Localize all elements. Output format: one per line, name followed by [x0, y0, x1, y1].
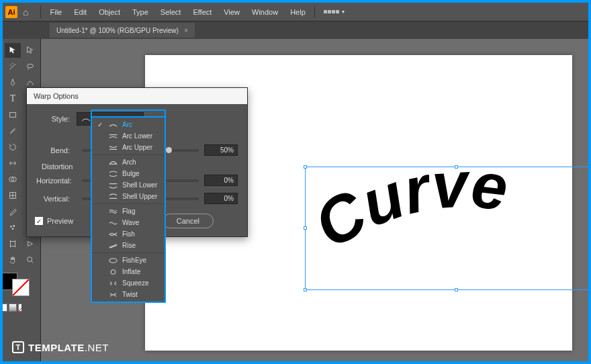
- cancel-button[interactable]: Cancel: [163, 214, 214, 228]
- svg-point-8: [28, 64, 34, 68]
- symbol-sprayer-tool-icon[interactable]: [5, 220, 21, 235]
- menu-view[interactable]: View: [218, 8, 246, 16]
- app-window: Ai ⌂ File Edit Object Type Select Effect…: [3, 3, 588, 361]
- dropdown-item-fish[interactable]: Fish: [92, 228, 165, 240]
- menu-window[interactable]: Window: [246, 8, 284, 16]
- dropdown-item-flag[interactable]: Flag: [92, 206, 165, 217]
- bend-value[interactable]: 50%: [204, 144, 238, 156]
- dialog-title: Warp Options: [27, 88, 247, 104]
- dropdown-item-arc-upper[interactable]: Arc Upper: [92, 142, 165, 153]
- stroke-swatch[interactable]: [12, 279, 30, 296]
- svg-point-5: [13, 225, 15, 227]
- close-icon[interactable]: ×: [184, 26, 188, 34]
- svg-point-4: [10, 226, 12, 228]
- dropdown-item-arc-lower[interactable]: Arc Lower: [92, 130, 165, 142]
- horizontal-label: Horizontal:: [36, 177, 77, 185]
- width-tool-icon[interactable]: [5, 156, 21, 171]
- preview-checkbox[interactable]: ✓Preview: [35, 217, 73, 225]
- selection-tool-icon[interactable]: [5, 43, 21, 58]
- dropdown-item-arc[interactable]: ✓Arc: [92, 119, 165, 130]
- lasso-tool-icon[interactable]: [22, 59, 38, 74]
- menu-select[interactable]: Select: [154, 8, 187, 16]
- svg-rect-0: [10, 113, 16, 118]
- menu-file[interactable]: File: [44, 8, 68, 16]
- watermark-logo-icon: T: [12, 341, 24, 353]
- hand-tool-icon[interactable]: [5, 253, 21, 267]
- paintbrush-tool-icon[interactable]: [5, 124, 21, 138]
- menu-object[interactable]: Object: [93, 8, 126, 16]
- eyedropper-tool-icon[interactable]: [5, 204, 21, 219]
- selection-bounding-box[interactable]: [305, 167, 588, 290]
- document-tab-title: Untitled-1* @ 100% (RGB/GPU Preview): [56, 27, 179, 34]
- svg-rect-7: [11, 242, 15, 246]
- watermark: T TEMPLATE.NET: [12, 341, 109, 353]
- direct-selection-tool-icon[interactable]: [22, 43, 38, 58]
- home-icon[interactable]: ⌂: [23, 7, 28, 17]
- document-tab-bar: Untitled-1* @ 100% (RGB/GPU Preview) ×: [3, 21, 588, 39]
- menu-help[interactable]: Help: [284, 8, 312, 16]
- style-label: Style:: [36, 115, 77, 123]
- dropdown-item-rise[interactable]: Rise: [92, 240, 165, 251]
- svg-point-17: [109, 258, 117, 263]
- vertical-value[interactable]: 0%: [204, 193, 238, 204]
- vertical-label: Vertical:: [36, 195, 77, 203]
- dropdown-item-arch[interactable]: Arch: [92, 156, 165, 168]
- style-dropdown[interactable]: ✓Arc Arc Lower Arc Upper Arch Bulge Shel…: [91, 116, 166, 303]
- shape-builder-tool-icon[interactable]: [5, 172, 21, 187]
- dropdown-item-fisheye[interactable]: FishEye: [92, 255, 165, 266]
- dropdown-item-inflate[interactable]: Inflate: [92, 266, 165, 277]
- menu-bar: Ai ⌂ File Edit Object Type Select Effect…: [3, 3, 588, 21]
- bend-label: Bend:: [36, 146, 77, 154]
- rotate-tool-icon[interactable]: [5, 140, 21, 154]
- menu-edit[interactable]: Edit: [68, 8, 93, 16]
- dropdown-item-wave[interactable]: Wave: [92, 217, 165, 228]
- dropdown-item-squeeze[interactable]: Squeeze: [92, 277, 165, 289]
- layout-switcher-icon[interactable]: ▾: [318, 9, 351, 15]
- svg-point-18: [111, 269, 116, 274]
- horizontal-value[interactable]: 0%: [204, 175, 238, 186]
- menu-type[interactable]: Type: [126, 8, 154, 16]
- dropdown-item-twist[interactable]: Twist: [92, 289, 165, 300]
- dropdown-item-shell-lower[interactable]: Shell Lower: [92, 179, 165, 191]
- app-logo-icon: Ai: [5, 6, 17, 18]
- type-tool-icon[interactable]: T: [5, 91, 21, 106]
- dropdown-item-shell-upper[interactable]: Shell Upper: [92, 191, 165, 202]
- zoom-tool-icon[interactable]: [22, 253, 38, 267]
- magic-wand-tool-icon[interactable]: [5, 59, 21, 74]
- menu-effect[interactable]: Effect: [187, 8, 218, 16]
- document-tab[interactable]: Untitled-1* @ 100% (RGB/GPU Preview) ×: [50, 23, 195, 38]
- color-swatches[interactable]: [3, 273, 26, 298]
- artboard-tool-icon[interactable]: [5, 236, 21, 251]
- rectangle-tool-icon[interactable]: [5, 107, 21, 122]
- svg-point-6: [12, 228, 14, 230]
- slice-tool-icon[interactable]: [22, 236, 38, 251]
- dropdown-item-bulge[interactable]: Bulge: [92, 168, 165, 179]
- pen-tool-icon[interactable]: [5, 75, 21, 90]
- mesh-tool-icon[interactable]: [5, 188, 21, 203]
- svg-point-15: [28, 257, 32, 262]
